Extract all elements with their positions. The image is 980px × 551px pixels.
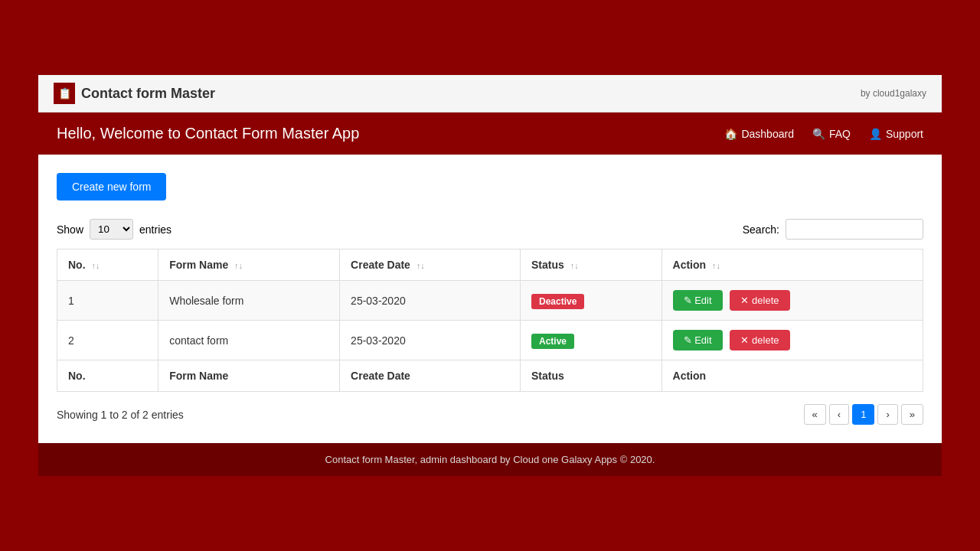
next-page-button[interactable]: › bbox=[877, 404, 897, 425]
footer-col-form-name: Form Name bbox=[158, 360, 340, 392]
status-badge: Deactive bbox=[531, 294, 584, 309]
support-label: Support bbox=[886, 128, 923, 140]
col-action[interactable]: Action ↑↓ bbox=[662, 249, 923, 281]
footer-col-create-date: Create Date bbox=[340, 360, 521, 392]
entries-label: entries bbox=[139, 223, 172, 236]
col-status[interactable]: Status ↑↓ bbox=[520, 249, 662, 281]
cell-no: 2 bbox=[57, 321, 158, 360]
col-no[interactable]: No. ↑↓ bbox=[57, 249, 158, 281]
top-header: 📋 Contact form Master by cloud1galaxy bbox=[38, 75, 942, 112]
status-badge: Active bbox=[531, 334, 574, 349]
table-body: 1 Wholesale form 25-03-2020 Deactive ✎ E… bbox=[57, 281, 923, 360]
table-footer-row: No. Form Name Create Date Status Action bbox=[57, 360, 923, 392]
nav-links: 🏠 Dashboard 🔍 FAQ 👤 Support bbox=[724, 128, 923, 140]
user-icon: 👤 bbox=[869, 128, 882, 140]
cell-create-date: 25-03-2020 bbox=[340, 321, 521, 360]
create-new-form-button[interactable]: Create new form bbox=[57, 173, 166, 201]
top-header-left: 📋 Contact form Master bbox=[54, 83, 215, 104]
cell-create-date: 25-03-2020 bbox=[340, 281, 521, 321]
faq-label: FAQ bbox=[829, 128, 851, 140]
nav-faq[interactable]: 🔍 FAQ bbox=[812, 128, 851, 140]
pagination: « ‹ 1 › » bbox=[804, 404, 923, 425]
search-icon: 🔍 bbox=[812, 128, 825, 140]
search-label: Search: bbox=[743, 223, 779, 236]
table-row: 1 Wholesale form 25-03-2020 Deactive ✎ E… bbox=[57, 281, 923, 321]
home-icon: 🏠 bbox=[724, 128, 737, 140]
table-header-row: No. ↑↓ Form Name ↑↓ Create Date ↑↓ Statu… bbox=[57, 249, 923, 281]
welcome-text: Hello, Welcome to Contact Form Master Ap… bbox=[57, 125, 359, 142]
table-controls: Show 10 25 50 100 entries Search: bbox=[57, 219, 923, 240]
cell-form-name: Wholesale form bbox=[158, 281, 340, 321]
edit-button[interactable]: ✎ Edit bbox=[673, 330, 723, 350]
search-input[interactable] bbox=[786, 219, 923, 240]
show-entries: Show 10 25 50 100 entries bbox=[57, 219, 172, 240]
showing-text: Showing 1 to 2 of 2 entries bbox=[57, 409, 184, 421]
sort-no-icon: ↑↓ bbox=[91, 261, 100, 270]
data-table: No. ↑↓ Form Name ↑↓ Create Date ↑↓ Statu… bbox=[57, 249, 923, 392]
nav-bar: Hello, Welcome to Contact Form Master Ap… bbox=[38, 112, 942, 155]
cell-status: Active bbox=[520, 321, 662, 360]
app-title: Contact form Master bbox=[81, 86, 215, 102]
content-area: Create new form Show 10 25 50 100 entrie… bbox=[38, 155, 942, 443]
cell-action: ✎ Edit ✕ delete bbox=[662, 321, 923, 360]
last-page-button[interactable]: » bbox=[901, 404, 923, 425]
search-box: Search: bbox=[743, 219, 923, 240]
cell-action: ✎ Edit ✕ delete bbox=[662, 281, 923, 321]
show-label: Show bbox=[57, 223, 83, 236]
delete-button[interactable]: ✕ delete bbox=[730, 290, 789, 311]
footer: Contact form Master, admin dashboard by … bbox=[38, 443, 942, 476]
sort-date-icon: ↑↓ bbox=[416, 261, 425, 270]
footer-col-status: Status bbox=[520, 360, 662, 392]
first-page-button[interactable]: « bbox=[804, 404, 826, 425]
footer-text: Contact form Master, admin dashboard by … bbox=[325, 454, 655, 465]
by-label: by cloud1galaxy bbox=[861, 88, 926, 99]
sort-status-icon: ↑↓ bbox=[570, 261, 579, 270]
nav-dashboard[interactable]: 🏠 Dashboard bbox=[724, 128, 794, 140]
table-row: 2 contact form 25-03-2020 Active ✎ Edit … bbox=[57, 321, 923, 360]
sort-action-icon: ↑↓ bbox=[712, 261, 720, 270]
footer-col-no: No. bbox=[57, 360, 158, 392]
entries-select[interactable]: 10 25 50 100 bbox=[90, 219, 133, 240]
edit-button[interactable]: ✎ Edit bbox=[673, 290, 723, 311]
col-form-name[interactable]: Form Name ↑↓ bbox=[158, 249, 340, 281]
app-icon: 📋 bbox=[54, 83, 75, 104]
footer-col-action: Action bbox=[662, 360, 923, 392]
cell-no: 1 bbox=[57, 281, 158, 321]
col-create-date[interactable]: Create Date ↑↓ bbox=[340, 249, 521, 281]
prev-page-button[interactable]: ‹ bbox=[829, 404, 849, 425]
nav-support[interactable]: 👤 Support bbox=[869, 128, 923, 140]
sort-name-icon: ↑↓ bbox=[234, 261, 243, 270]
cell-form-name: contact form bbox=[158, 321, 340, 360]
page-1-button[interactable]: 1 bbox=[852, 404, 874, 425]
delete-button[interactable]: ✕ delete bbox=[730, 330, 789, 350]
cell-status: Deactive bbox=[520, 281, 662, 321]
dashboard-label: Dashboard bbox=[741, 128, 794, 140]
pagination-area: Showing 1 to 2 of 2 entries « ‹ 1 › » bbox=[57, 404, 923, 425]
